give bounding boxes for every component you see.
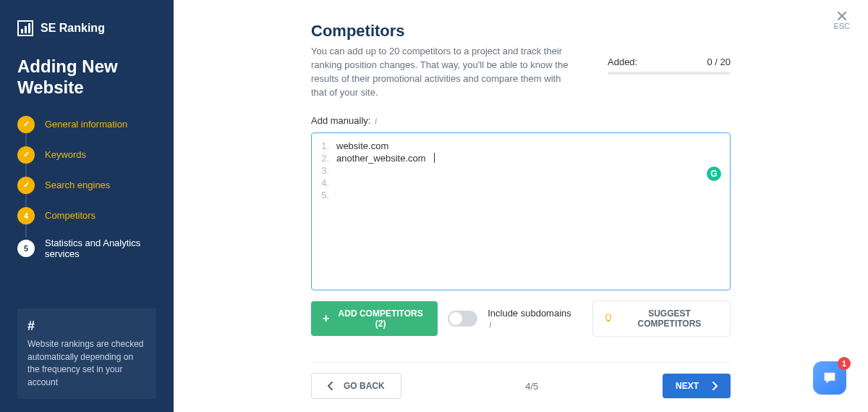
- button-label: ADD COMPETITORS (2): [335, 308, 426, 329]
- chat-icon: [822, 370, 838, 386]
- entry-text: website.com: [336, 140, 388, 153]
- notification-badge: 1: [838, 357, 851, 370]
- competitors-input[interactable]: 1.website.com 2.another_website.com 3. 4…: [311, 133, 731, 290]
- wizard-footer: GO BACK 4/5 NEXT: [311, 362, 731, 399]
- step-label: Competitors: [45, 210, 95, 222]
- info-icon[interactable]: i: [375, 116, 377, 126]
- chevron-right-icon: [712, 382, 718, 390]
- main-panel: ESC Competitors You can add up to 20 com…: [174, 0, 868, 412]
- add-competitors-button[interactable]: + ADD COMPETITORS (2): [311, 301, 438, 336]
- step-label: Keywords: [45, 149, 86, 161]
- line-number: 5.: [320, 190, 329, 202]
- close-icon: [836, 10, 848, 22]
- actions-row: + ADD COMPETITORS (2) Include subdomains…: [311, 300, 731, 337]
- tip-text: Website rankings are checked automatical…: [27, 338, 146, 389]
- suggest-competitors-button[interactable]: SUGGEST COMPETITORS: [592, 300, 731, 337]
- button-label: NEXT: [676, 381, 699, 391]
- entry-text: another_website.com: [336, 153, 426, 165]
- toggle-knob: [449, 312, 462, 325]
- line-number: 1.: [320, 140, 329, 153]
- page-title: Adding New Website: [17, 56, 156, 98]
- info-icon[interactable]: i: [489, 319, 491, 329]
- sidebar: SE Ranking Adding New Website ✓ General …: [0, 0, 174, 412]
- added-value: 0 / 20: [707, 56, 731, 67]
- section-desc: You can add up to 20 competitors to a pr…: [311, 45, 579, 99]
- wizard-steps: ✓ General information ✓ Keywords ✓ Searc…: [17, 116, 156, 273]
- step-keywords[interactable]: ✓ Keywords: [17, 146, 156, 177]
- hash-icon: #: [27, 319, 146, 334]
- step-label: Statistics and Analytics services: [45, 237, 156, 260]
- step-number-badge: 5: [17, 240, 35, 257]
- text-cursor: [434, 153, 435, 163]
- header: Competitors You can add up to 20 competi…: [311, 22, 731, 99]
- manual-label: Add manually: i: [311, 115, 731, 127]
- step-statistics[interactable]: 5 Statistics and Analytics services: [17, 237, 156, 273]
- section-title: Competitors: [311, 22, 579, 41]
- toggle-label: Include subdomains i: [488, 308, 572, 330]
- close-label: ESC: [833, 22, 850, 30]
- check-icon: ✓: [17, 177, 35, 194]
- lightbulb-icon: [603, 313, 613, 325]
- line-number: 4.: [320, 177, 329, 190]
- added-counter: Added: 0 / 20: [608, 56, 731, 99]
- brand-logo: SE Ranking: [17, 20, 156, 36]
- button-label: GO BACK: [344, 381, 385, 391]
- step-search-engines[interactable]: ✓ Search engines: [17, 177, 156, 207]
- chevron-left-icon: [328, 382, 333, 390]
- step-number-badge: 4: [17, 207, 35, 224]
- go-back-button[interactable]: GO BACK: [311, 373, 401, 399]
- tip-card: # Website rankings are checked automatic…: [17, 308, 156, 399]
- chat-widget[interactable]: 1: [813, 361, 846, 395]
- line-number: 3.: [320, 165, 329, 177]
- step-label: Search engines: [45, 180, 110, 191]
- brand-name: SE Ranking: [41, 22, 105, 35]
- bar-chart-icon: [17, 20, 33, 36]
- include-subdomains-toggle[interactable]: [448, 311, 477, 327]
- next-button[interactable]: NEXT: [663, 374, 731, 398]
- progress-bar: [608, 72, 731, 75]
- line-number: 2.: [320, 153, 329, 165]
- check-icon: ✓: [17, 116, 35, 133]
- added-label: Added:: [608, 56, 637, 67]
- step-general-information[interactable]: ✓ General information: [17, 116, 156, 146]
- close-button[interactable]: ESC: [833, 10, 850, 30]
- check-icon: ✓: [17, 146, 35, 164]
- step-label: General information: [45, 119, 127, 130]
- step-competitors[interactable]: 4 Competitors: [17, 207, 156, 237]
- button-label: SUGGEST COMPETITORS: [619, 308, 720, 329]
- page-indicator: 4/5: [525, 381, 538, 392]
- plus-icon: +: [323, 312, 329, 325]
